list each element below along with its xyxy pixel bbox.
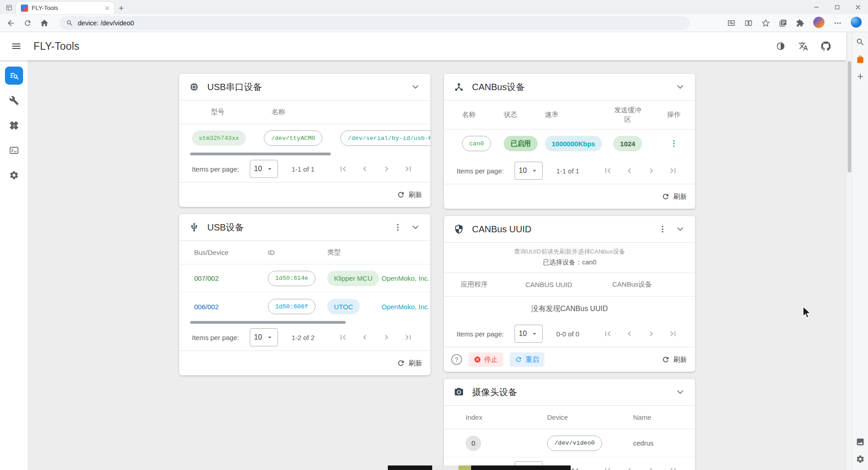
- browser-titlebar: FLY-Tools: [0, 0, 868, 14]
- next-page-button[interactable]: [646, 465, 656, 470]
- favorites-star-icon[interactable]: [762, 19, 770, 27]
- extensions-puzzle-icon[interactable]: [796, 19, 804, 27]
- sidebar-search-icon[interactable]: [856, 38, 865, 47]
- background-window-strip: [388, 465, 571, 470]
- previous-page-button[interactable]: [625, 329, 634, 339]
- selected-device-text: 已选择设备：can0: [444, 258, 695, 267]
- next-page-button[interactable]: [646, 166, 656, 176]
- items-per-page-select[interactable]: 10: [515, 325, 543, 343]
- last-page-button[interactable]: [403, 164, 413, 174]
- collapse-chevron-icon[interactable]: [410, 82, 420, 92]
- sidebar-shopping-icon[interactable]: [856, 55, 865, 64]
- card-menu-icon[interactable]: [393, 223, 402, 232]
- sidebar-item-device-query[interactable]: [5, 67, 23, 85]
- new-tab-button[interactable]: [118, 5, 125, 12]
- first-page-button[interactable]: [338, 332, 348, 342]
- sidebar-item-build[interactable]: [5, 91, 23, 110]
- first-page-button[interactable]: [338, 164, 348, 174]
- card-menu-icon[interactable]: [658, 225, 667, 234]
- last-page-button[interactable]: [403, 332, 413, 342]
- sidebar-settings-gear-icon[interactable]: [856, 455, 865, 464]
- address-bar[interactable]: device: /dev/video0: [60, 16, 690, 30]
- hamburger-menu-icon[interactable]: [11, 41, 22, 52]
- window-maximize-button[interactable]: [834, 4, 841, 11]
- refresh-button[interactable]: 刷新: [662, 355, 687, 364]
- sidebar-item-terminal[interactable]: [5, 141, 23, 159]
- reload-button[interactable]: [24, 19, 32, 27]
- last-page-button[interactable]: [668, 465, 678, 470]
- sidebar-item-flash[interactable]: [5, 116, 23, 134]
- app-body: USB串口设备 型号 名称 stm32h743xx /dev/ttyACM0: [0, 60, 846, 470]
- items-per-page-select[interactable]: 10: [250, 328, 278, 346]
- next-page-button[interactable]: [646, 329, 656, 339]
- usb-devices-card: USB设备 Bus/Device ID 类型 007/002: [179, 214, 430, 375]
- refresh-button[interactable]: 刷新: [397, 359, 422, 368]
- column-header-name: 名称: [462, 110, 504, 119]
- camera-name-cell: cedrus: [633, 439, 695, 447]
- sidebar-screenshot-icon[interactable]: [856, 437, 865, 446]
- items-per-page-label: Items per page:: [192, 334, 239, 341]
- app-region: FLY-Tools: [0, 32, 868, 470]
- theme-toggle-icon[interactable]: [776, 41, 786, 51]
- row-actions-menu-icon[interactable]: [669, 139, 678, 148]
- collections-icon[interactable]: [779, 19, 787, 27]
- refresh-button[interactable]: 刷新: [397, 191, 422, 199]
- caret-down-icon: [530, 167, 539, 175]
- copilot-icon[interactable]: [851, 17, 862, 29]
- github-icon[interactable]: [821, 41, 831, 51]
- last-page-button[interactable]: [668, 166, 678, 176]
- previous-page-button[interactable]: [625, 166, 634, 176]
- terminal-icon: [9, 145, 19, 155]
- browser-tab[interactable]: FLY-Tools: [16, 2, 114, 14]
- shield-icon: [454, 224, 464, 234]
- collapse-chevron-icon[interactable]: [675, 224, 685, 234]
- sidebar-add-icon[interactable]: [856, 72, 865, 81]
- first-page-button[interactable]: [603, 166, 613, 176]
- card-footer: 刷新: [179, 351, 430, 375]
- horizontal-scrollbar-thumb[interactable]: [190, 321, 346, 324]
- window-minimize-button[interactable]: [813, 4, 820, 11]
- items-per-page-select[interactable]: 10: [250, 160, 278, 178]
- previous-page-button[interactable]: [625, 465, 634, 470]
- last-page-button[interactable]: [668, 329, 678, 339]
- next-page-button[interactable]: [382, 332, 391, 342]
- column-header-buffer: 发送缓冲区: [611, 106, 644, 124]
- browser-menu-icon[interactable]: [834, 19, 842, 27]
- split-screen-icon[interactable]: [744, 19, 753, 27]
- table-row: stm32h743xx /dev/ttyACM0 /dev/serial/by-…: [179, 124, 430, 152]
- horizontal-scrollbar-thumb[interactable]: [190, 153, 331, 155]
- previous-page-button[interactable]: [360, 164, 370, 174]
- left-column: USB串口设备 型号 名称 stm32h743xx /dev/ttyACM0: [179, 74, 430, 375]
- profile-avatar[interactable]: [813, 17, 825, 29]
- restart-button[interactable]: 重启: [510, 352, 544, 367]
- usb-id-chip: 1d50:606f: [268, 299, 315, 314]
- page-content: USB串口设备 型号 名称 stm32h743xx /dev/ttyACM0: [28, 60, 846, 470]
- stop-button[interactable]: 停止: [468, 352, 503, 367]
- tab-actions-icon[interactable]: [5, 4, 13, 11]
- column-header-application: 应用程序: [461, 280, 525, 289]
- page-scrollbar[interactable]: [846, 32, 852, 470]
- collapse-chevron-icon[interactable]: [675, 387, 685, 397]
- page-scrollbar-thumb[interactable]: [848, 61, 851, 173]
- window-close-button[interactable]: [854, 4, 862, 11]
- first-page-button[interactable]: [603, 329, 613, 339]
- strip-segment: [432, 465, 458, 470]
- home-button[interactable]: [40, 19, 49, 28]
- items-per-page-select[interactable]: 10: [515, 162, 543, 180]
- sidebar-item-settings[interactable]: [5, 166, 23, 184]
- back-button[interactable]: [6, 19, 15, 28]
- first-page-button[interactable]: [603, 465, 613, 470]
- usb-id-chip: 1d50:614e: [268, 271, 315, 286]
- collapse-chevron-icon[interactable]: [675, 82, 685, 92]
- translate-icon[interactable]: [798, 41, 808, 51]
- uuid-hints: 查询UUID前请先刷新并选择CANbus设备 已选择设备：can0: [444, 243, 695, 273]
- tab-close-icon[interactable]: [104, 5, 110, 11]
- browser-essentials-icon[interactable]: [727, 19, 735, 27]
- caret-down-icon: [530, 330, 539, 338]
- help-icon[interactable]: ?: [451, 354, 462, 365]
- refresh-button[interactable]: 刷新: [662, 192, 687, 201]
- next-page-button[interactable]: [382, 164, 391, 174]
- previous-page-button[interactable]: [360, 332, 370, 342]
- collapse-chevron-icon[interactable]: [410, 222, 420, 232]
- search-icon: [66, 19, 73, 27]
